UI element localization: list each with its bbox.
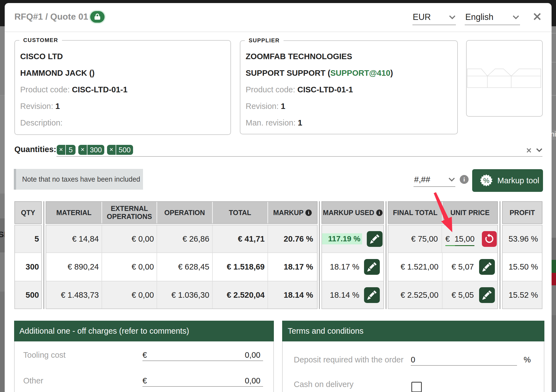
svg-text:%: % bbox=[483, 177, 489, 184]
